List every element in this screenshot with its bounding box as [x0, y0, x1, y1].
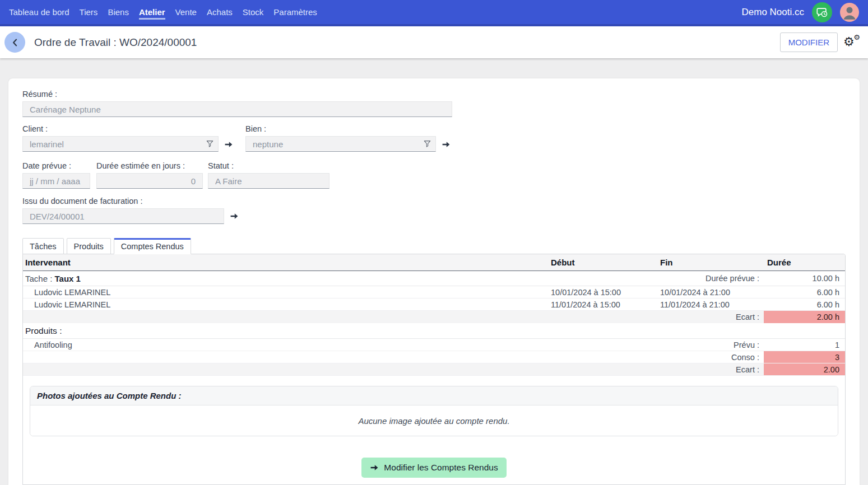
header-actions: MODIFIER ⚙ ⚙	[780, 32, 860, 52]
statut-field: Statut :	[208, 161, 329, 189]
nav-item-tableau-de-bord[interactable]: Tableau de bord	[9, 5, 69, 19]
task-prefix: Tache :	[25, 274, 55, 283]
entry-worker: Ludovic LEMARINEL	[23, 300, 545, 309]
prevu-label: Prévu :	[545, 341, 764, 349]
settings-gears-icon[interactable]: ⚙ ⚙	[843, 34, 860, 51]
conso-label: Conso :	[545, 353, 764, 362]
planned-duration-value: 10.00 h	[764, 274, 845, 283]
product-prevu-row: Antifooling Prévu : 1	[23, 339, 845, 351]
tab-taches[interactable]: Tâches	[22, 238, 64, 254]
resume-input[interactable]	[22, 101, 452, 117]
page-header: Ordre de Travail : WO/2024/00001 MODIFIE…	[0, 26, 868, 58]
bien-filter-icon[interactable]	[423, 139, 431, 148]
user-avatar[interactable]	[840, 3, 859, 22]
entry-worker: Ludovic LEMARINEL	[23, 288, 545, 297]
product-ecart-label: Ecart :	[545, 365, 764, 374]
task-row: Tache : Taux 1 Durée prévue : 10.00 h	[23, 271, 845, 286]
photos-title: Photos ajoutées au Compte Rendu :	[30, 386, 838, 405]
client-open-arrow[interactable]	[224, 141, 233, 148]
arrow-right-icon	[370, 464, 379, 472]
nav-item-vente[interactable]: Vente	[175, 5, 197, 19]
document-open-arrow[interactable]	[230, 212, 239, 220]
entry-duration: 6.00 h	[764, 288, 845, 297]
tab-comptes-rendus[interactable]: Comptes Rendus	[114, 238, 191, 254]
nav-item-stock[interactable]: Stock	[243, 5, 264, 19]
modify-button[interactable]: MODIFIER	[780, 32, 838, 52]
document-input[interactable]	[22, 208, 224, 224]
document-label: Issu du document de facturation :	[22, 197, 846, 206]
prevu-value: 1	[764, 341, 845, 349]
products-heading: Produits :	[23, 326, 845, 336]
time-entry-row: Ludovic LEMARINEL 10/01/2024 à 15:00 10/…	[23, 286, 845, 299]
nav-item-achats[interactable]: Achats	[207, 5, 233, 19]
duree-estimee-field: Durée estimée en jours :	[96, 161, 203, 189]
products-heading-row: Produits :	[23, 323, 845, 339]
statut-input[interactable]	[208, 173, 329, 189]
statut-label: Statut :	[208, 161, 329, 170]
product-conso-row: Conso : 3	[23, 351, 845, 363]
product-name: Antifooling	[23, 341, 545, 349]
edit-reports-button[interactable]: Modifier les Comptes Rendus	[361, 458, 506, 478]
task-name: Taux 1	[55, 274, 81, 283]
tab-produits[interactable]: Produits	[67, 238, 111, 254]
entry-duration: 6.00 h	[764, 300, 845, 309]
gear-small-icon: ⚙	[853, 34, 860, 41]
photos-empty-message: Aucune image ajoutée au compte rendu.	[30, 405, 838, 436]
col-intervenant: Intervenant	[23, 258, 545, 267]
top-navbar: Tableau de bord Tiers Biens Atelier Vent…	[0, 0, 868, 26]
client-filter-icon[interactable]	[206, 139, 214, 148]
nav-right-group: Demo Nooti.cc	[742, 2, 859, 22]
nav-item-biens[interactable]: Biens	[108, 5, 129, 19]
entry-start: 11/01/2024 à 15:00	[545, 300, 655, 309]
entry-end: 10/01/2024 à 21:00	[655, 288, 764, 297]
nav-item-parametres[interactable]: Paramètres	[273, 5, 317, 19]
client-field: Client :	[22, 124, 219, 152]
col-debut: Début	[545, 258, 655, 267]
work-order-card: Résumé : Client : Bien :	[8, 78, 860, 485]
time-entry-row: Ludovic LEMARINEL 11/01/2024 à 15:00 11/…	[23, 299, 845, 311]
gear-large-icon: ⚙	[843, 36, 855, 48]
nav-item-tiers[interactable]: Tiers	[80, 5, 98, 19]
duree-estimee-label: Durée estimée en jours :	[96, 161, 203, 170]
date-prevue-field: Date prévue :	[22, 161, 90, 189]
bien-label: Bien :	[245, 124, 436, 133]
entry-end: 11/01/2024 à 21:00	[655, 300, 764, 309]
client-input[interactable]	[22, 136, 219, 152]
entry-start: 10/01/2024 à 15:00	[545, 288, 655, 297]
date-prevue-label: Date prévue :	[22, 161, 90, 170]
duree-estimee-input[interactable]	[96, 173, 203, 189]
col-fin: Fin	[655, 258, 764, 267]
resume-label: Résumé :	[22, 90, 846, 99]
bien-field: Bien :	[245, 124, 436, 152]
report-header-row: Intervenant Début Fin Durée	[23, 254, 845, 271]
bien-open-arrow[interactable]	[442, 141, 451, 148]
client-label: Client :	[22, 124, 219, 133]
conso-value: 3	[764, 351, 845, 363]
date-prevue-input[interactable]	[22, 173, 90, 189]
product-ecart-row: Ecart : 2.00	[23, 363, 845, 376]
reports-clock-icon[interactable]	[812, 2, 832, 22]
task-ecart-label: Ecart :	[545, 313, 764, 321]
resume-field: Résumé :	[22, 90, 846, 117]
nav-item-atelier[interactable]: Atelier	[139, 5, 165, 20]
planned-duration-label: Durée prévue :	[545, 274, 764, 283]
comptes-rendus-panel: Intervenant Début Fin Durée Tache : Taux…	[22, 254, 846, 485]
page-title: Ordre de Travail : WO/2024/00001	[34, 36, 197, 49]
bien-input[interactable]	[245, 136, 436, 152]
col-duree: Durée	[764, 258, 845, 267]
task-ecart-row: Ecart : 2.00 h	[23, 311, 845, 323]
task-ecart-value: 2.00 h	[764, 311, 845, 323]
document-field: Issu du document de facturation :	[22, 197, 846, 224]
photos-card: Photos ajoutées au Compte Rendu : Aucune…	[30, 386, 838, 436]
product-ecart-value: 2.00	[764, 363, 845, 375]
edit-reports-label: Modifier les Comptes Rendus	[384, 463, 498, 473]
back-button[interactable]	[4, 32, 25, 53]
detail-tabs: Tâches Produits Comptes Rendus	[22, 237, 846, 254]
user-company-label: Demo Nooti.cc	[742, 7, 804, 18]
